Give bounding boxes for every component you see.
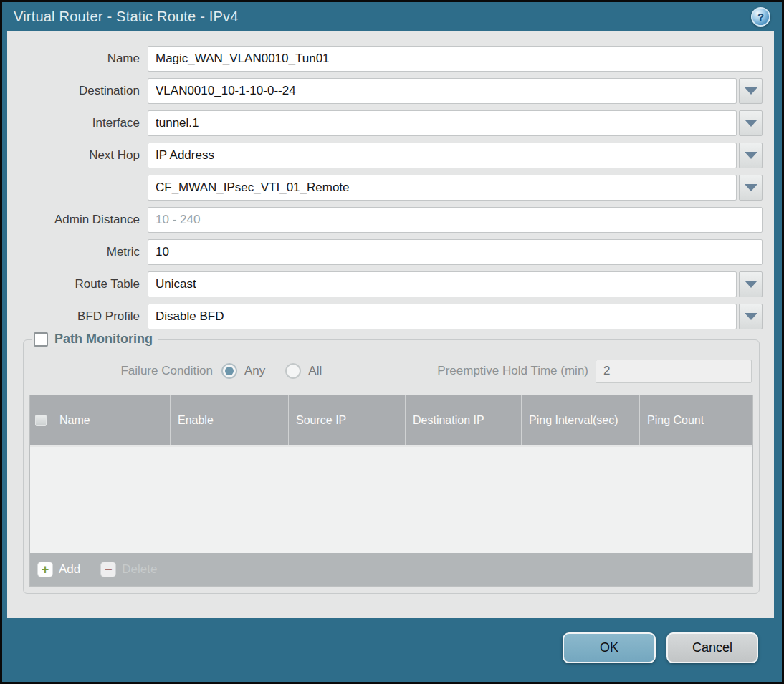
path-monitoring-controls: Failure Condition Any All Preemptive Hol… — [29, 360, 753, 383]
radio-dot — [225, 367, 234, 375]
path-monitoring-table: Name Enable Source IP Destination IP Pin… — [29, 395, 753, 587]
admin-distance-input[interactable] — [148, 207, 763, 233]
interface-input[interactable] — [148, 110, 737, 136]
metric-input[interactable] — [148, 239, 763, 265]
form-row-admin-distance: Admin Distance — [7, 207, 774, 233]
preemptive-hold-time-label: Preemptive Hold Time (min) — [437, 364, 588, 378]
nexthop-label: Next Hop — [7, 148, 148, 163]
dialog-content: Name Destination Interface Next Hop — [7, 31, 774, 618]
form-row-nexthop-type: Next Hop — [7, 143, 774, 168]
admin-distance-label: Admin Distance — [7, 213, 148, 227]
route-table-input[interactable] — [148, 271, 737, 297]
name-label: Name — [7, 52, 148, 66]
help-icon-glyph: ? — [757, 11, 764, 22]
chevron-down-icon — [745, 87, 757, 95]
column-header-name: Name — [52, 395, 170, 445]
nexthop-value-dropdown-button[interactable] — [739, 175, 763, 201]
bfd-profile-label: BFD Profile — [7, 309, 148, 324]
chevron-down-icon — [745, 120, 757, 127]
help-icon[interactable]: ? — [751, 7, 770, 27]
bfd-profile-input[interactable] — [148, 304, 737, 329]
select-all-checkbox — [35, 415, 47, 426]
form-row-metric: Metric — [7, 239, 774, 265]
static-route-dialog: Virtual Router - Static Route - IPv4 ? N… — [2, 2, 782, 682]
failure-condition-label: Failure Condition — [29, 364, 221, 378]
bfd-profile-dropdown-button[interactable] — [739, 304, 763, 329]
delete-button: − Delete — [100, 562, 157, 577]
table-header-row: Name Enable Source IP Destination IP Pin… — [30, 395, 752, 445]
ok-button[interactable]: OK — [563, 632, 656, 663]
route-table-label: Route Table — [7, 277, 148, 292]
name-input[interactable] — [148, 46, 763, 72]
column-header-enable: Enable — [170, 395, 288, 445]
form-row-interface: Interface — [7, 110, 774, 136]
form-row-bfd-profile: BFD Profile — [7, 304, 774, 329]
nexthop-type-input[interactable] — [148, 143, 737, 168]
column-header-ping-interval: Ping Interval(sec) — [521, 395, 639, 445]
form-row-name: Name — [7, 46, 774, 72]
add-button[interactable]: + Add — [37, 562, 80, 577]
interface-dropdown-button[interactable] — [739, 110, 763, 136]
nexthop-value-input[interactable] — [148, 175, 737, 201]
dialog-title: Virtual Router - Static Route - IPv4 — [14, 9, 239, 25]
destination-dropdown-button[interactable] — [739, 78, 763, 104]
table-header-checkbox-cell — [30, 395, 52, 445]
path-monitoring-title: Path Monitoring — [54, 332, 153, 347]
add-button-label: Add — [59, 562, 80, 577]
column-header-destination-ip: Destination IP — [405, 395, 521, 445]
radio-all — [285, 363, 301, 379]
chevron-down-icon — [745, 313, 757, 320]
preemptive-hold-time-input — [596, 360, 752, 383]
dialog-titlebar: Virtual Router - Static Route - IPv4 ? — [2, 2, 782, 31]
nexthop-type-dropdown-button[interactable] — [739, 143, 763, 168]
delete-button-label: Delete — [122, 562, 157, 577]
chevron-down-icon — [745, 152, 757, 159]
form-row-nexthop-value — [7, 175, 774, 201]
route-table-dropdown-button[interactable] — [739, 271, 763, 297]
dialog-footer-buttons: OK Cancel — [563, 632, 758, 663]
radio-any-label: Any — [244, 364, 265, 378]
minus-icon: − — [100, 562, 116, 577]
failure-condition-option-all: All — [285, 363, 322, 379]
column-header-ping-count: Ping Count — [639, 395, 752, 445]
cancel-button[interactable]: Cancel — [666, 632, 758, 663]
table-toolbar: + Add − Delete — [30, 553, 752, 586]
radio-any — [221, 363, 237, 379]
metric-label: Metric — [7, 245, 148, 259]
destination-input[interactable] — [148, 78, 737, 104]
plus-icon: + — [37, 562, 53, 577]
path-monitoring-section: Path Monitoring Failure Condition Any Al… — [23, 339, 760, 594]
table-body-empty — [30, 445, 752, 553]
chevron-down-icon — [745, 281, 757, 288]
destination-label: Destination — [7, 84, 148, 98]
radio-all-label: All — [308, 364, 322, 378]
form-row-route-table: Route Table — [7, 271, 774, 297]
form-row-destination: Destination — [7, 78, 774, 104]
interface-label: Interface — [7, 116, 148, 130]
path-monitoring-checkbox[interactable] — [34, 332, 48, 347]
path-monitoring-legend: Path Monitoring — [32, 332, 158, 347]
column-header-source-ip: Source IP — [288, 395, 405, 445]
failure-condition-option-any: Any — [221, 363, 265, 379]
chevron-down-icon — [745, 184, 757, 191]
